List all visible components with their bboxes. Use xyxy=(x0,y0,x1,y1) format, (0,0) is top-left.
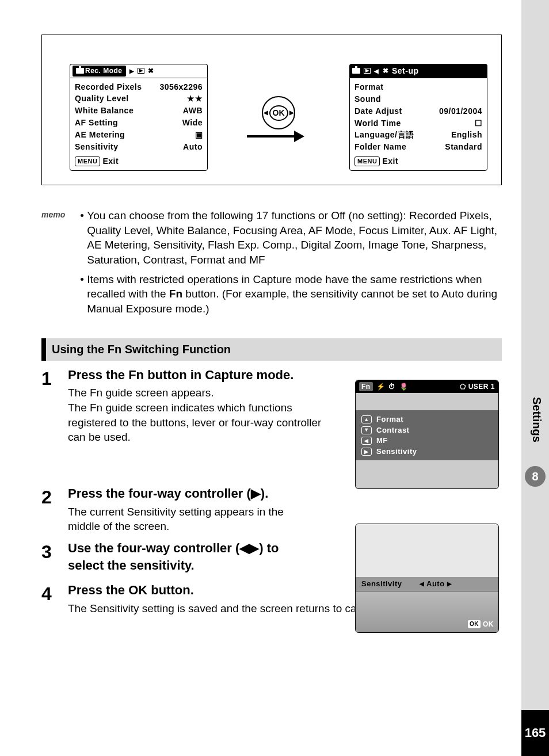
user-mode-label: USER 1 xyxy=(468,382,495,391)
menu-chip: MENU xyxy=(354,156,380,166)
down-arrow-icon: ▼ xyxy=(361,426,372,434)
lcd-row: AF SettingWide xyxy=(75,117,203,128)
step-number: 4 xyxy=(41,582,58,616)
sidebar-gray xyxy=(521,0,549,756)
step-number: 3 xyxy=(41,540,58,576)
lcd-row: Sound xyxy=(354,94,482,105)
ok-button-graphic: ◀ OK ▶ xyxy=(262,96,295,129)
timer-icon: ⏱ xyxy=(388,382,396,391)
exit-label: Exit xyxy=(102,156,119,167)
macro-icon: 🌷 xyxy=(399,382,409,391)
sensitivity-label: Sensitivity xyxy=(361,579,402,589)
flash-icon: ⚡ xyxy=(376,382,386,391)
lcd-row: Recorded Pixels3056x2296 xyxy=(75,82,203,93)
tools-tab-icon: ✖ xyxy=(383,66,389,75)
lcd-row: Format xyxy=(354,82,482,93)
memo-bullet: You can choose from the following 17 fun… xyxy=(87,208,502,268)
menu-chip: MENU xyxy=(75,156,100,166)
ok-label: OK xyxy=(269,105,288,121)
side-chapter-chip: 8 xyxy=(525,466,546,487)
sensitivity-screenshot: Sensitivity ◀Auto▶ OKOK xyxy=(355,524,499,633)
mode-dial-icon: ⬠ xyxy=(460,382,466,391)
lcd-row: Date Adjust09/01/2004 xyxy=(354,106,482,117)
left-arrow-icon: ◀ xyxy=(420,580,425,588)
left-arrow-icon: ◀ xyxy=(264,109,268,117)
playback-tab-icon: ▶ xyxy=(364,68,371,74)
sensitivity-value: Auto xyxy=(426,579,445,589)
up-arrow-icon: ▲ xyxy=(361,415,372,423)
right-arrow-icon: ▶ xyxy=(289,109,294,117)
camera-icon xyxy=(76,68,84,74)
setup-title: Set-up xyxy=(392,66,419,77)
lcd-row: Language/言語English xyxy=(354,129,482,140)
step-title: Use the four-way controller (◀▶) to sele… xyxy=(68,540,315,574)
memo-block: memo You can choose from the following 1… xyxy=(41,208,502,320)
setup-screen: ▶ ◀ ✖ Set-up Format Sound Date Adjust09/… xyxy=(349,64,487,171)
rec-mode-screen: Rec. Mode ▶ ▶ ✖ Recorded Pixels3056x2296… xyxy=(70,64,208,170)
fn-chip: Fn xyxy=(359,382,373,391)
playback-tab-icon: ▶ xyxy=(138,68,144,74)
step-title: Press the four-way controller (▶). xyxy=(68,485,315,502)
step-text: The current Sensitivity setting appears … xyxy=(68,505,315,534)
page-number: 165 xyxy=(521,710,549,756)
camera-tab-icon xyxy=(352,68,360,74)
lcd-row: SensitivityAuto xyxy=(75,142,203,152)
memo-bullet: Items with restricted operations in Capt… xyxy=(87,272,502,316)
tab-arrow-icon: ▶ xyxy=(129,67,135,75)
lcd-row: White BalanceAWB xyxy=(75,105,203,116)
diagram-box: Rec. Mode ▶ ▶ ✖ Recorded Pixels3056x2296… xyxy=(41,35,502,185)
setup-tab-icon: ✖ xyxy=(148,66,154,75)
right-long-arrow-icon xyxy=(247,133,310,139)
right-arrow-icon: ▶ xyxy=(447,580,452,588)
side-section-label: Settings xyxy=(529,397,544,442)
memo-icon: memo xyxy=(41,208,65,320)
fn-row: ▶Sensitivity xyxy=(361,446,493,457)
camera-tab-active: Rec. Mode xyxy=(73,66,126,76)
lcd-row: Folder NameStandard xyxy=(354,142,482,152)
right-arrow-icon: ▶ xyxy=(361,448,372,456)
step-number: 2 xyxy=(41,485,58,534)
fn-guide-screenshot: Fn ⚡ ⏱ 🌷 ⬠ USER 1 ▲Format ▼Contrast ◀MF … xyxy=(355,380,499,489)
section-heading: Using the Fn Switching Function xyxy=(41,338,502,361)
fn-row: ▲Format xyxy=(361,414,493,425)
tab-arrow-icon: ◀ xyxy=(374,67,379,75)
lcd-row: World Time☐ xyxy=(354,118,482,129)
fn-row: ◀MF xyxy=(361,436,493,446)
exit-label: Exit xyxy=(382,156,398,167)
fn-row: ▼Contrast xyxy=(361,425,493,436)
step-number: 1 xyxy=(41,366,58,445)
step-text: The Fn guide screen appears. The Fn guid… xyxy=(68,385,333,445)
ok-outline-label: OK xyxy=(483,620,494,629)
left-arrow-icon: ◀ xyxy=(361,437,372,445)
step-title: Press the Fn button in Capture mode. xyxy=(68,366,333,384)
lcd-row: AE Metering▣ xyxy=(75,129,203,140)
ok-chip: OK xyxy=(468,620,481,628)
lcd-row: Quality Level★★ xyxy=(75,93,203,104)
